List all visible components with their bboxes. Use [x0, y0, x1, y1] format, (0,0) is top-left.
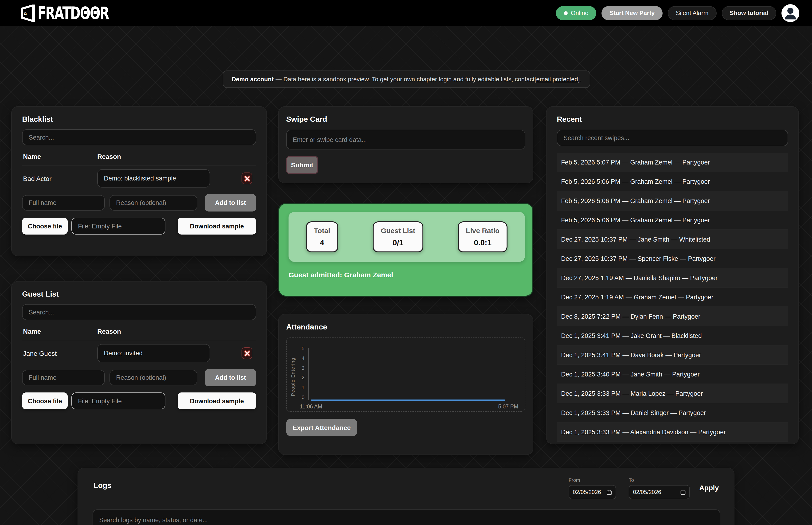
- guestlist-add-form: Add to list: [22, 369, 256, 386]
- show-tutorial-button[interactable]: Show tutorial: [722, 6, 776, 20]
- calendar-icon: [680, 490, 686, 495]
- logs-card: Logs From 02/05/2026 To 02/05/2026 Apply: [78, 468, 734, 525]
- attendance-title: Attendance: [286, 323, 525, 331]
- x-axis-ticks: 11:06 AM 5:07 PM: [300, 404, 518, 409]
- blacklist-column-headers: Name Reason: [22, 153, 256, 160]
- blacklist-choose-file-button[interactable]: Choose file: [22, 217, 68, 235]
- svg-text:Ω: Ω: [24, 12, 27, 15]
- blacklist-title: Blacklist: [22, 115, 256, 124]
- guestlist-column-headers: Name Reason: [22, 328, 256, 335]
- blacklist-entry-name: Bad Actor: [22, 175, 97, 182]
- swipe-submit-button[interactable]: Submit: [286, 156, 318, 174]
- to-label: To: [629, 477, 634, 483]
- guestlist-file-controls: Choose file File: Empty File Download sa…: [22, 392, 256, 409]
- guestlist-download-sample-button[interactable]: Download sample: [178, 392, 256, 409]
- guest-admitted-message: Guest admitted: Graham Zemel: [289, 271, 393, 279]
- from-date-input[interactable]: 02/05/2026: [569, 485, 616, 499]
- swipe-card-input[interactable]: [286, 130, 525, 149]
- swipe-card-title: Swipe Card: [286, 115, 525, 124]
- y-axis-ticks: 5 4 3 2 1 0: [298, 345, 305, 400]
- recent-swipes-list[interactable]: Feb 5, 2026 5:07 PM — Graham Zemel — Par…: [557, 153, 788, 442]
- online-dot-icon: [564, 11, 567, 15]
- guestlist-remove-button[interactable]: [242, 347, 252, 359]
- blacklist-remove-button[interactable]: [242, 172, 252, 184]
- recent-swipe-row[interactable]: Dec 1, 2025 3:41 PM — Dave Borak — Party…: [557, 345, 788, 365]
- attendance-series-line: [311, 399, 505, 401]
- guestlist-search-input[interactable]: [22, 304, 256, 320]
- recent-swipe-row[interactable]: Dec 1, 2025 3:40 PM — Jane Smith — Party…: [557, 365, 788, 384]
- red-x-icon: [244, 175, 250, 182]
- attendance-card: Attendance People Entering 5 4 3 2 1 0 1…: [278, 314, 533, 455]
- header-actions: Online Start New Party Silent Alarm Show…: [556, 4, 799, 22]
- recent-swipe-row[interactable]: Feb 5, 2026 5:06 PM — Graham Zemel — Par…: [557, 191, 788, 211]
- blacklist-search-input[interactable]: [22, 129, 256, 145]
- recent-title: Recent: [557, 115, 788, 124]
- recent-swipe-row[interactable]: Dec 1, 2025 3:33 PM — Alexandria Davidso…: [557, 422, 788, 442]
- guestlist-entry-name: Jane Guest: [22, 349, 97, 357]
- y-axis-label: People Entering: [290, 350, 295, 396]
- door-logo-icon: Ω: [21, 3, 37, 22]
- person-icon: [781, 4, 799, 22]
- blacklist-file-status: File: Empty File: [72, 217, 165, 235]
- blacklist-row: Bad Actor: [22, 169, 256, 188]
- to-date-input[interactable]: 02/05/2026: [629, 485, 690, 499]
- guestlist-choose-file-button[interactable]: Choose file: [22, 392, 68, 409]
- top-header: Ω FRATDΘΘR Online Start New Party Silent…: [0, 0, 812, 26]
- divider: [22, 340, 256, 340]
- guestlist-add-button[interactable]: Add to list: [205, 369, 256, 386]
- plot-area: [308, 348, 518, 400]
- swipe-card-panel: Swipe Card Submit: [278, 106, 533, 183]
- live-ratio-stat-card: Live Ratio 0.0:1: [458, 221, 507, 252]
- fratdoor-logo[interactable]: Ω FRATDΘΘR: [21, 3, 119, 22]
- blacklist-fullname-input[interactable]: [22, 195, 105, 211]
- recent-swipe-row[interactable]: Dec 1, 2025 3:41 PM — Jake Grant — Black…: [557, 326, 788, 345]
- blacklist-file-controls: Choose file File: Empty File Download sa…: [22, 217, 256, 235]
- user-avatar[interactable]: [781, 4, 799, 22]
- start-new-party-button[interactable]: Start New Party: [601, 6, 662, 20]
- recent-swipe-row[interactable]: Dec 27, 2025 10:37 PM — Jane Smith — Whi…: [557, 230, 788, 249]
- logo-wordmark: FRATDΘΘR: [37, 3, 109, 23]
- recent-swipe-row[interactable]: Dec 27, 2025 1:19 AM — Daniella Shapiro …: [557, 268, 788, 288]
- silent-alarm-button[interactable]: Silent Alarm: [668, 6, 717, 20]
- blacklist-card: Blacklist Name Reason Bad Actor Add to l…: [11, 106, 267, 256]
- blacklist-reason-input[interactable]: [109, 195, 197, 211]
- recent-swipe-row[interactable]: Dec 1, 2025 3:33 PM — Maria Lopez — Part…: [557, 384, 788, 403]
- recent-swipe-row[interactable]: Dec 27, 2025 10:37 PM — Spencer Fiske — …: [557, 249, 788, 268]
- apply-button[interactable]: Apply: [699, 484, 719, 492]
- guestlist-entry-reason-input[interactable]: [97, 344, 210, 362]
- guest-admitted-panel: Total 4 Guest List 0/1 Live Ratio 0.0:1 …: [278, 203, 533, 297]
- guestlist-fullname-input[interactable]: [22, 370, 105, 386]
- blacklist-add-button[interactable]: Add to list: [205, 194, 256, 211]
- banner-bold: Demo account: [232, 76, 274, 83]
- total-stat-card: Total 4: [306, 221, 338, 252]
- guestlist-file-status: File: Empty File: [72, 392, 165, 409]
- contact-email-link[interactable]: [email protected]: [535, 76, 580, 83]
- blacklist-entry-reason-input[interactable]: [97, 169, 210, 188]
- red-x-icon: [244, 350, 250, 357]
- recent-card: Recent Feb 5, 2026 5:07 PM — Graham Zeme…: [546, 106, 799, 444]
- fratdoor-dashboard: Ω FRATDΘΘR Online Start New Party Silent…: [0, 0, 812, 525]
- recent-swipe-row[interactable]: Feb 5, 2026 5:06 PM — Graham Zemel — Par…: [557, 172, 788, 191]
- stats-strip: Total 4 Guest List 0/1 Live Ratio 0.0:1: [289, 212, 525, 262]
- calendar-icon: [607, 490, 612, 495]
- divider: [22, 165, 256, 165]
- demo-account-banner: Demo account — Data here is a sandbox pr…: [223, 71, 590, 88]
- blacklist-download-sample-button[interactable]: Download sample: [178, 217, 256, 235]
- guestlist-card: Guest List Name Reason Jane Guest Add to…: [11, 281, 267, 444]
- recent-swipe-row[interactable]: Dec 1, 2025 3:33 PM — Daniel Singer — Pa…: [557, 403, 788, 422]
- guestlist-reason-input[interactable]: [109, 370, 197, 386]
- recent-swipe-row[interactable]: Feb 5, 2026 5:07 PM — Graham Zemel — Par…: [557, 153, 788, 172]
- recent-swipe-row[interactable]: Dec 8, 2025 7:22 PM — Dylan Fenn — Party…: [557, 307, 788, 326]
- export-attendance-button[interactable]: Export Attendance: [286, 419, 357, 436]
- guestlist-title: Guest List: [22, 290, 256, 298]
- recent-search-input[interactable]: [557, 130, 788, 146]
- recent-swipe-row[interactable]: Feb 5, 2026 5:06 PM — Graham Zemel — Par…: [557, 211, 788, 230]
- guestlist-row: Jane Guest: [22, 344, 256, 362]
- online-status-badge: Online: [556, 6, 596, 20]
- recent-swipe-row[interactable]: Dec 27, 2025 1:19 AM — Graham Zemel — Pa…: [557, 288, 788, 307]
- banner-text: — Data here is a sandbox preview. To get…: [276, 76, 535, 83]
- from-label: From: [569, 477, 580, 483]
- logs-search-input[interactable]: [93, 510, 720, 525]
- logs-title: Logs: [93, 481, 111, 490]
- attendance-chart: People Entering 5 4 3 2 1 0 11:06 AM 5:0…: [286, 338, 525, 412]
